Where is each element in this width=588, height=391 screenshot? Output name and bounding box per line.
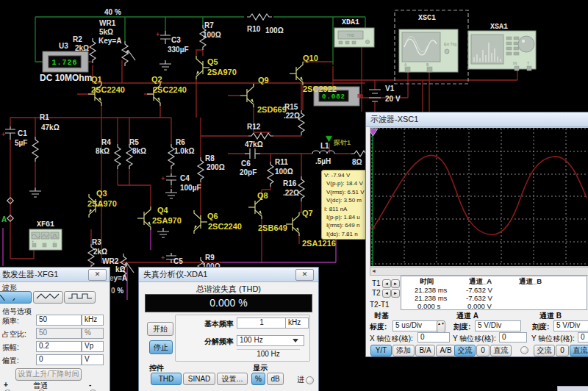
schematic-label: R1 (40, 113, 49, 121)
timebase-spinner[interactable]: ▲▼ (437, 320, 445, 333)
t1-channel-a-value: -7.632 V (466, 286, 492, 294)
xfg1-instrument-icon[interactable]: +- (29, 229, 62, 250)
svg-text:+: + (32, 239, 34, 243)
thd-button[interactable]: THD (151, 373, 182, 385)
channel-a-y-field[interactable]: 0 (499, 332, 527, 342)
channel-a-scale-field[interactable]: 5 V/Div (475, 320, 521, 331)
percent-button[interactable]: % (251, 373, 265, 385)
db-button[interactable]: dB (267, 373, 284, 385)
xda1-titlebar[interactable]: 失真分析仪-XDA1 (139, 268, 318, 282)
schematic-label: C3 (171, 36, 181, 44)
scope-grid (371, 129, 587, 265)
xda1-close-button[interactable]: ✕ (295, 269, 314, 281)
yt-mode-button[interactable]: Y/T (370, 345, 392, 356)
channel-a-ac-button[interactable]: 交流 (454, 345, 476, 356)
stop-button[interactable]: 停止 (149, 340, 173, 354)
xsa1-instrument-icon[interactable]: IN T (468, 31, 536, 71)
sine-wave-button[interactable] (0, 291, 32, 304)
ab-mode-button[interactable]: A/B (436, 345, 456, 356)
battery-v1[interactable] (369, 90, 381, 101)
settings-button[interactable]: 设置... (217, 373, 248, 385)
multimeter-u3[interactable]: 1.726 (43, 51, 88, 72)
resolution-list-item[interactable]: 100 Hz (237, 349, 300, 358)
schematic-label: 2SA970 (87, 199, 117, 208)
probe-arrow-icon[interactable] (326, 136, 332, 142)
xsa1-t-label: T (527, 61, 529, 65)
t1-right-button[interactable]: ► (391, 279, 400, 288)
offset-unit[interactable]: V (82, 354, 104, 365)
plus-terminal-label: + (4, 381, 8, 389)
scroll-left-arrow-icon[interactable]: ◄ (371, 268, 376, 273)
status-indicator-label: 进 (297, 375, 304, 385)
fundamental-freq-unit[interactable]: kHz (285, 318, 309, 329)
t2-left-button[interactable]: ◄ (382, 289, 391, 298)
channel-b-zero-button[interactable]: 0 (556, 345, 569, 356)
tooltip-line: V(rms): 6.51 V (324, 188, 370, 196)
t2-right-button[interactable]: ► (391, 289, 400, 298)
sinad-button[interactable]: SINAD (183, 373, 215, 385)
triangle-wave-button[interactable] (33, 291, 63, 304)
xda1-mini-display: THD (347, 33, 355, 37)
frequency-input[interactable]: 50 (36, 315, 82, 326)
xda1-instrument-icon[interactable]: THD (334, 28, 374, 47)
multisim-workspace: + + + + 1.726 0.082 THD (0, 0, 588, 391)
probe-label: 探针1 (333, 139, 351, 146)
schematic-label: C4 (180, 174, 190, 182)
schematic-label: 2SD669 (257, 105, 287, 114)
x-position-field[interactable]: 0 (417, 332, 450, 342)
channel-b-dc-button[interactable]: 直流 (570, 345, 588, 356)
schematic-label: DC 10MOhm (40, 73, 92, 83)
amplitude-unit[interactable]: Vp (82, 341, 104, 352)
status-indicator (306, 376, 314, 384)
scope-screen[interactable] (370, 127, 588, 267)
scope-scrollbar[interactable]: ◄ (370, 267, 588, 276)
offset-input[interactable]: 0 (36, 354, 82, 365)
schematic-label: R16 (283, 179, 297, 187)
schematic-label: 2SC2922 (303, 85, 337, 93)
schematic-label: Q4 (157, 206, 169, 215)
frequency-unit[interactable]: kHz (82, 315, 104, 326)
amplitude-input[interactable]: 0.2 (36, 341, 82, 352)
schematic-label: L1 (320, 142, 329, 150)
t1-left-button[interactable]: ◄ (382, 279, 391, 288)
ba-mode-button[interactable]: B/A (415, 345, 435, 356)
sine-icon (0, 292, 19, 301)
t2t1-channel-a-value: 0.000 V (467, 302, 492, 310)
schematic-label: WR1 (99, 19, 116, 27)
xsa1-ref-label: XSA1 (490, 23, 508, 31)
channel-b-scale-label: 刻度: (532, 322, 549, 332)
xfg1-ref-label: XFG1 (37, 220, 54, 229)
schematic-label: m (357, 92, 363, 99)
schematic-label: R15 (284, 103, 298, 111)
dropdown-arrow-icon[interactable] (293, 339, 298, 342)
schematic-label: 20pF (240, 168, 257, 176)
xsc1-title: 示波器-XSC1 (370, 115, 418, 123)
start-button[interactable]: 开始 (147, 322, 173, 336)
frequency-label: 频率: (2, 316, 19, 326)
signal-options-label: 信号选项 (2, 306, 32, 317)
probe-tooltip: V: -7.94 V V(p-p): 18.4 V V(rms): 6.51 V… (321, 170, 370, 240)
xfg1-close-button[interactable]: ✕ (88, 269, 107, 281)
fundamental-freq-input[interactable]: 1 (237, 318, 287, 329)
channel-b-y-label: Y 轴位移(格): (531, 334, 575, 344)
channel-b-ac-button[interactable]: 交流 (534, 345, 555, 356)
channel-a-radio[interactable] (520, 346, 528, 354)
display-group-label: 显示 (253, 363, 268, 373)
schematic-label: R12 (247, 123, 261, 131)
schematic-label: R8 (205, 154, 215, 162)
xsc1-titlebar[interactable]: 示波器-XSC1 (366, 112, 588, 127)
rise-fall-time-button[interactable]: 设置上升/下降时间 (15, 368, 82, 381)
timebase-group-label: 时基 (374, 311, 389, 321)
cursor-t1-handle[interactable] (370, 129, 378, 136)
schematic-label: R7 (204, 21, 214, 29)
add-mode-button[interactable]: 添加 (392, 345, 415, 356)
timebase-scale-field[interactable]: 5 us/Div (392, 320, 440, 331)
schematic-label: 2SA970 (207, 68, 237, 76)
channel-a-zero-button[interactable]: 0 (476, 345, 490, 356)
inductor-l1[interactable] (312, 151, 334, 154)
channel-a-dc-button[interactable]: 直流 (490, 345, 512, 356)
channel-b-scale-field[interactable]: 5 V/Div (553, 320, 588, 331)
tooltip-line: I(dc): 7.81 n (324, 230, 370, 238)
channel-b-y-field[interactable]: 0 (578, 332, 588, 342)
square-wave-button[interactable] (64, 291, 96, 304)
